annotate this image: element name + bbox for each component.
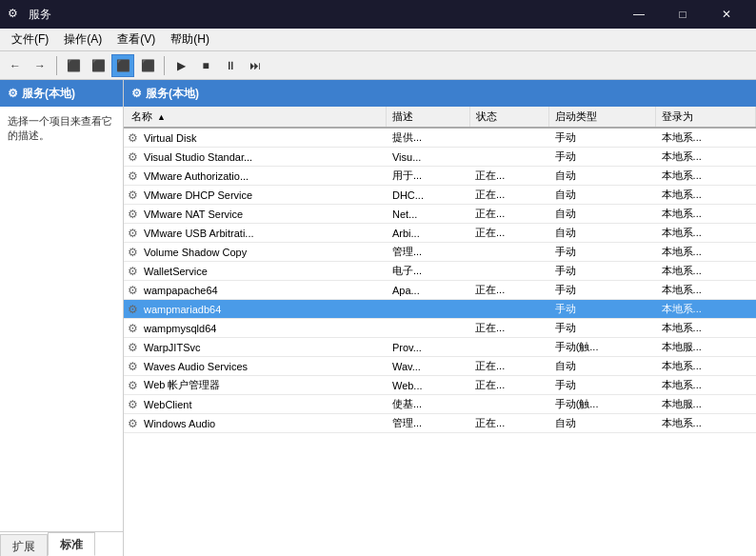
service-gear-icon: ⚙: [128, 189, 141, 202]
toolbar-btn-1[interactable]: ⬛: [62, 54, 85, 77]
menubar: 文件(F) 操作(A) 查看(V) 帮助(H): [0, 29, 756, 51]
toolbar-btn-2[interactable]: ⬛: [87, 54, 109, 77]
titlebar: ⚙ 服务 — □ ✕: [0, 0, 756, 29]
service-gear-icon: ⚙: [128, 227, 141, 240]
cell-desc: [387, 319, 469, 338]
table-row[interactable]: ⚙Windows Audio管理...正在...自动本地系...: [124, 414, 756, 433]
window-title: 服务: [29, 7, 51, 23]
table-row[interactable]: ⚙Virtual Disk提供...手动本地系...: [124, 128, 756, 148]
pause-button[interactable]: ⏸: [219, 54, 242, 77]
table-row[interactable]: ⚙Web 帐户管理器Web...正在...手动本地系...: [124, 376, 756, 395]
service-gear-icon: ⚙: [128, 303, 141, 316]
maximize-button[interactable]: □: [661, 0, 705, 29]
cell-login: 本地系...: [656, 243, 756, 262]
cell-status: [469, 262, 549, 281]
table-row[interactable]: ⚙Visual Studio Standar...Visu...手动本地系...: [124, 148, 756, 167]
table-row[interactable]: ⚙VMware NAT ServiceNet...正在...自动本地系...: [124, 205, 756, 224]
table-row[interactable]: ⚙Waves Audio ServicesWav...正在...自动本地系...: [124, 357, 756, 376]
cell-status: 正在...: [469, 281, 549, 300]
cell-desc: Arbi...: [387, 224, 469, 243]
cell-login: 本地系...: [656, 186, 756, 205]
right-panel-header: ⚙ 服务(本地): [124, 80, 756, 107]
restart-button[interactable]: ⏭: [244, 54, 267, 77]
menu-file[interactable]: 文件(F): [4, 30, 56, 50]
cell-login: 本地服...: [656, 338, 756, 357]
col-login[interactable]: 登录为: [656, 107, 756, 128]
tab-standard[interactable]: 标准: [48, 532, 95, 556]
cell-startup: 手动: [549, 262, 656, 281]
col-name[interactable]: 名称 ▲: [124, 107, 387, 128]
toolbar-separator-1: [56, 56, 57, 75]
col-startup[interactable]: 启动类型: [549, 107, 656, 128]
menu-action[interactable]: 操作(A): [56, 30, 109, 50]
cell-desc: Web...: [387, 376, 469, 395]
cell-name: ⚙Windows Audio: [124, 414, 387, 433]
cell-startup: 自动: [549, 414, 656, 433]
menu-help[interactable]: 帮助(H): [163, 30, 217, 50]
service-gear-icon: ⚙: [128, 131, 141, 145]
service-gear-icon: ⚙: [128, 322, 141, 335]
service-gear-icon: ⚙: [128, 341, 141, 354]
table-row[interactable]: ⚙wampmysqld64正在...手动本地系...: [124, 319, 756, 338]
cell-desc: [387, 300, 469, 319]
service-gear-icon: ⚙: [128, 169, 141, 183]
table-row[interactable]: ⚙VMware USB Arbitrati...Arbi...正在...自动本地…: [124, 224, 756, 243]
right-panel: ⚙ 服务(本地) 名称 ▲ 描述 状态 启动类型 登录为 ⚙Virtual Di…: [124, 80, 756, 556]
table-row[interactable]: ⚙Volume Shadow Copy管理...手动本地系...: [124, 243, 756, 262]
minimize-button[interactable]: —: [617, 0, 661, 29]
right-panel-title: 服务(本地): [146, 86, 199, 102]
cell-desc: 管理...: [387, 414, 469, 433]
cell-startup: 自动: [549, 357, 656, 376]
cell-login: 本地系...: [656, 376, 756, 395]
cell-name: ⚙Web 帐户管理器: [124, 376, 387, 395]
cell-login: 本地系...: [656, 224, 756, 243]
table-row[interactable]: ⚙WebClient使基...手动(触...本地服...: [124, 395, 756, 414]
table-row[interactable]: ⚙VMware Authorizatio...用于...正在...自动本地系..…: [124, 167, 756, 186]
toolbar-btn-4[interactable]: ⬛: [136, 54, 159, 77]
table-row[interactable]: ⚙VMware DHCP ServiceDHC...正在...自动本地系...: [124, 186, 756, 205]
service-gear-icon: ⚙: [128, 246, 141, 259]
cell-name: ⚙VMware USB Arbitrati...: [124, 224, 387, 243]
cell-status: 正在...: [469, 186, 549, 205]
services-table: 名称 ▲ 描述 状态 启动类型 登录为 ⚙Virtual Disk提供...手动…: [124, 107, 756, 433]
service-gear-icon: ⚙: [128, 417, 141, 430]
close-button[interactable]: ✕: [705, 0, 748, 29]
services-table-wrapper[interactable]: 名称 ▲ 描述 状态 启动类型 登录为 ⚙Virtual Disk提供...手动…: [124, 107, 756, 556]
cell-name: ⚙VMware NAT Service: [124, 205, 387, 224]
cell-name: ⚙WebClient: [124, 395, 387, 414]
cell-name: ⚙WarpJITSvc: [124, 338, 387, 357]
start-button[interactable]: ▶: [169, 54, 192, 77]
cell-status: 正在...: [469, 224, 549, 243]
left-panel-description: 选择一个项目来查看它的描述。: [0, 107, 123, 531]
cell-startup: 手动: [549, 376, 656, 395]
cell-login: 本地服...: [656, 395, 756, 414]
menu-view[interactable]: 查看(V): [109, 30, 163, 50]
cell-status: 正在...: [469, 319, 549, 338]
tab-extend[interactable]: 扩展: [0, 534, 48, 556]
back-button[interactable]: ←: [4, 54, 27, 77]
titlebar-left: ⚙ 服务: [8, 7, 51, 23]
cell-startup: 手动: [549, 128, 656, 148]
table-row[interactable]: ⚙wampapache64Apa...正在...手动本地系...: [124, 281, 756, 300]
cell-desc: DHC...: [387, 186, 469, 205]
toolbar: ← → ⬛ ⬛ ⬛ ⬛ ▶ ■ ⏸ ⏭: [0, 51, 756, 80]
cell-status: 正在...: [469, 414, 549, 433]
toolbar-separator-2: [164, 56, 165, 75]
cell-name: ⚙Virtual Disk: [124, 128, 387, 148]
service-gear-icon: ⚙: [128, 398, 141, 411]
table-row[interactable]: ⚙WalletService电子...手动本地系...: [124, 262, 756, 281]
cell-startup: 手动: [549, 281, 656, 300]
cell-login: 本地系...: [656, 128, 756, 148]
cell-startup: 手动: [549, 300, 656, 319]
col-desc[interactable]: 描述: [387, 107, 469, 128]
left-panel-icon: ⚙: [8, 87, 18, 100]
stop-button[interactable]: ■: [194, 54, 217, 77]
cell-login: 本地系...: [656, 357, 756, 376]
table-row[interactable]: ⚙WarpJITSvcProv...手动(触...本地服...: [124, 338, 756, 357]
cell-login: 本地系...: [656, 300, 756, 319]
col-status[interactable]: 状态: [469, 107, 549, 128]
cell-startup: 自动: [549, 167, 656, 186]
forward-button[interactable]: →: [29, 54, 51, 77]
toolbar-btn-3[interactable]: ⬛: [111, 54, 134, 77]
table-row[interactable]: ⚙wampmariadb64手动本地系...: [124, 300, 756, 319]
